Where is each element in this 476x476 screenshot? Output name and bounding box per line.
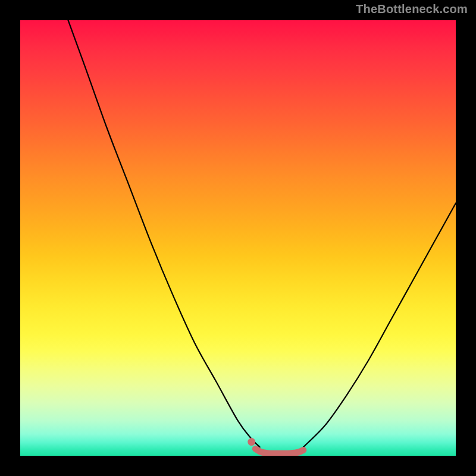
curve-layer [20,20,456,456]
left-curve-path [68,20,260,447]
right-curve-path [303,203,456,447]
plot-area [20,20,456,456]
bottom-marker-dot [248,438,255,446]
chart-frame: TheBottleneck.com [0,0,476,476]
watermark-text: TheBottleneck.com [356,2,468,16]
bottom-marker-path [255,449,303,453]
